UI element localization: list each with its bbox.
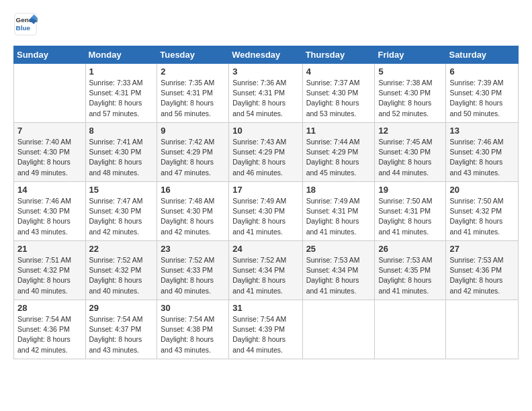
day-number: 21: [17, 244, 82, 254]
calendar-cell: [14, 64, 86, 123]
day-info: Sunrise: 7:46 AMSunset: 4:30 PMDaylight:…: [17, 196, 82, 237]
calendar-cell: 3Sunrise: 7:36 AMSunset: 4:31 PMDaylight…: [229, 64, 302, 123]
calendar-cell: 21Sunrise: 7:51 AMSunset: 4:32 PMDayligh…: [14, 241, 86, 300]
day-number: 12: [378, 126, 442, 136]
calendar-cell: 1Sunrise: 7:33 AMSunset: 4:31 PMDaylight…: [85, 64, 157, 123]
day-info: Sunrise: 7:52 AMSunset: 4:32 PMDaylight:…: [89, 255, 154, 296]
day-number: 13: [449, 126, 515, 136]
weekday-header-row: SundayMondayTuesdayWednesdayThursdayFrid…: [14, 46, 519, 64]
week-row-4: 28Sunrise: 7:54 AMSunset: 4:36 PMDayligh…: [14, 300, 519, 359]
calendar-cell: 27Sunrise: 7:53 AMSunset: 4:36 PMDayligh…: [446, 241, 519, 300]
calendar-cell: 7Sunrise: 7:40 AMSunset: 4:30 PMDaylight…: [14, 123, 86, 182]
day-info: Sunrise: 7:47 AMSunset: 4:30 PMDaylight:…: [89, 196, 154, 237]
calendar-cell: 20Sunrise: 7:50 AMSunset: 4:32 PMDayligh…: [446, 182, 519, 241]
weekday-header-thursday: Thursday: [302, 46, 375, 64]
calendar-cell: [302, 300, 375, 359]
day-info: Sunrise: 7:52 AMSunset: 4:33 PMDaylight:…: [161, 255, 225, 296]
calendar-cell: 15Sunrise: 7:47 AMSunset: 4:30 PMDayligh…: [85, 182, 157, 241]
day-info: Sunrise: 7:35 AMSunset: 4:31 PMDaylight:…: [161, 78, 225, 119]
calendar-cell: 11Sunrise: 7:44 AMSunset: 4:29 PMDayligh…: [302, 123, 375, 182]
calendar-cell: 30Sunrise: 7:54 AMSunset: 4:38 PMDayligh…: [157, 300, 229, 359]
day-info: Sunrise: 7:53 AMSunset: 4:34 PMDaylight:…: [306, 255, 371, 296]
calendar-cell: 13Sunrise: 7:46 AMSunset: 4:30 PMDayligh…: [446, 123, 519, 182]
week-row-2: 14Sunrise: 7:46 AMSunset: 4:30 PMDayligh…: [14, 182, 519, 241]
weekday-header-sunday: Sunday: [14, 46, 86, 64]
day-info: Sunrise: 7:44 AMSunset: 4:29 PMDaylight:…: [306, 137, 371, 178]
day-number: 24: [232, 244, 298, 254]
day-info: Sunrise: 7:50 AMSunset: 4:31 PMDaylight:…: [378, 196, 442, 237]
day-number: 17: [232, 185, 298, 195]
day-number: 5: [378, 66, 442, 77]
weekday-header-saturday: Saturday: [446, 46, 519, 64]
day-number: 4: [306, 66, 371, 77]
day-info: Sunrise: 7:50 AMSunset: 4:32 PMDaylight:…: [449, 196, 515, 237]
day-number: 10: [232, 126, 298, 136]
day-info: Sunrise: 7:45 AMSunset: 4:30 PMDaylight:…: [378, 137, 442, 178]
day-number: 19: [378, 185, 442, 195]
day-number: 2: [161, 66, 225, 77]
calendar-cell: 4Sunrise: 7:37 AMSunset: 4:30 PMDaylight…: [302, 64, 375, 123]
day-number: 29: [89, 303, 154, 313]
day-number: 16: [161, 185, 225, 195]
day-info: Sunrise: 7:54 AMSunset: 4:37 PMDaylight:…: [89, 314, 154, 355]
day-info: Sunrise: 7:33 AMSunset: 4:31 PMDaylight:…: [89, 78, 154, 119]
day-number: 14: [17, 185, 82, 195]
week-row-1: 7Sunrise: 7:40 AMSunset: 4:30 PMDaylight…: [14, 123, 519, 182]
day-number: 18: [306, 185, 371, 195]
week-row-3: 21Sunrise: 7:51 AMSunset: 4:32 PMDayligh…: [14, 241, 519, 300]
weekday-header-wednesday: Wednesday: [229, 46, 302, 64]
day-number: 28: [17, 303, 82, 313]
day-number: 22: [89, 244, 154, 254]
weekday-header-friday: Friday: [375, 46, 446, 64]
calendar-cell: 6Sunrise: 7:39 AMSunset: 4:30 PMDaylight…: [446, 64, 519, 123]
calendar-cell: 25Sunrise: 7:53 AMSunset: 4:34 PMDayligh…: [302, 241, 375, 300]
calendar-cell: 18Sunrise: 7:49 AMSunset: 4:31 PMDayligh…: [302, 182, 375, 241]
day-number: 20: [449, 185, 515, 195]
day-number: 31: [232, 303, 298, 313]
calendar-cell: 2Sunrise: 7:35 AMSunset: 4:31 PMDaylight…: [157, 64, 229, 123]
day-info: Sunrise: 7:41 AMSunset: 4:30 PMDaylight:…: [89, 137, 154, 178]
svg-text:Blue: Blue: [16, 24, 31, 32]
day-number: 27: [449, 244, 515, 254]
day-number: 11: [306, 126, 371, 136]
day-info: Sunrise: 7:43 AMSunset: 4:29 PMDaylight:…: [232, 137, 298, 178]
day-info: Sunrise: 7:37 AMSunset: 4:30 PMDaylight:…: [306, 78, 371, 119]
day-number: 8: [89, 126, 154, 136]
calendar-cell: 28Sunrise: 7:54 AMSunset: 4:36 PMDayligh…: [14, 300, 86, 359]
logo-icon: General Blue: [13, 12, 38, 36]
day-info: Sunrise: 7:53 AMSunset: 4:35 PMDaylight:…: [378, 255, 442, 296]
day-info: Sunrise: 7:38 AMSunset: 4:30 PMDaylight:…: [378, 78, 442, 119]
calendar-cell: 9Sunrise: 7:42 AMSunset: 4:29 PMDaylight…: [157, 123, 229, 182]
calendar-cell: 12Sunrise: 7:45 AMSunset: 4:30 PMDayligh…: [375, 123, 446, 182]
page: General Blue SundayMondayTuesdayWednesda…: [0, 0, 532, 411]
day-info: Sunrise: 7:49 AMSunset: 4:30 PMDaylight:…: [232, 196, 298, 237]
calendar-cell: 22Sunrise: 7:52 AMSunset: 4:32 PMDayligh…: [85, 241, 157, 300]
calendar-cell: 23Sunrise: 7:52 AMSunset: 4:33 PMDayligh…: [157, 241, 229, 300]
day-info: Sunrise: 7:51 AMSunset: 4:32 PMDaylight:…: [17, 255, 82, 296]
day-number: 1: [89, 66, 154, 77]
day-info: Sunrise: 7:40 AMSunset: 4:30 PMDaylight:…: [17, 137, 82, 178]
calendar-cell: 31Sunrise: 7:54 AMSunset: 4:39 PMDayligh…: [229, 300, 302, 359]
day-number: 3: [232, 66, 298, 77]
day-number: 6: [449, 66, 515, 77]
calendar-cell: 17Sunrise: 7:49 AMSunset: 4:30 PMDayligh…: [229, 182, 302, 241]
calendar-table: SundayMondayTuesdayWednesdayThursdayFrid…: [13, 46, 519, 359]
day-number: 9: [161, 126, 225, 136]
calendar-cell: [446, 300, 519, 359]
weekday-header-monday: Monday: [85, 46, 157, 64]
calendar-cell: [375, 300, 446, 359]
day-info: Sunrise: 7:36 AMSunset: 4:31 PMDaylight:…: [232, 78, 298, 119]
day-number: 23: [161, 244, 225, 254]
calendar-cell: 5Sunrise: 7:38 AMSunset: 4:30 PMDaylight…: [375, 64, 446, 123]
calendar-cell: 26Sunrise: 7:53 AMSunset: 4:35 PMDayligh…: [375, 241, 446, 300]
day-info: Sunrise: 7:48 AMSunset: 4:30 PMDaylight:…: [161, 196, 225, 237]
day-number: 15: [89, 185, 154, 195]
calendar-cell: 16Sunrise: 7:48 AMSunset: 4:30 PMDayligh…: [157, 182, 229, 241]
day-info: Sunrise: 7:53 AMSunset: 4:36 PMDaylight:…: [449, 255, 515, 296]
calendar-cell: 29Sunrise: 7:54 AMSunset: 4:37 PMDayligh…: [85, 300, 157, 359]
day-number: 25: [306, 244, 371, 254]
calendar-cell: 14Sunrise: 7:46 AMSunset: 4:30 PMDayligh…: [14, 182, 86, 241]
calendar-cell: 24Sunrise: 7:52 AMSunset: 4:34 PMDayligh…: [229, 241, 302, 300]
day-info: Sunrise: 7:42 AMSunset: 4:29 PMDaylight:…: [161, 137, 225, 178]
day-info: Sunrise: 7:54 AMSunset: 4:38 PMDaylight:…: [161, 314, 225, 355]
